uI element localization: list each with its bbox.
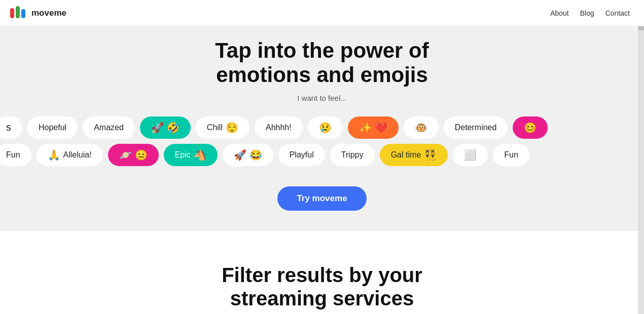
section2-title: Filter results by yourstreaming services xyxy=(222,263,422,310)
chip-emoji: 🚀 xyxy=(151,122,164,134)
nav-links: About Blog Contact xyxy=(550,9,630,17)
chip-fun-1[interactable]: Fun xyxy=(0,144,31,166)
emotion-row-2: Fun 🙏 Alleluia! 🪐 😐 Epic 🐴 🚀 😂 Playful xyxy=(0,144,529,166)
chip-alleluia[interactable]: 🙏 Alleluia! xyxy=(37,144,103,166)
chip-emoji: 🙏 xyxy=(48,149,60,161)
chip-label: Chill xyxy=(207,123,223,132)
chip-monkey[interactable]: 🐵 xyxy=(404,116,439,139)
chip-emoji: 😌 xyxy=(226,122,238,134)
chip-label: Fun xyxy=(504,150,518,160)
chip-emoji: 😢 xyxy=(319,122,332,134)
chip-emoji2: 😐 xyxy=(135,149,148,161)
chip-emoji2: 😂 xyxy=(249,149,262,161)
chip-rocket-laugh[interactable]: 🚀 😂 xyxy=(223,144,273,166)
chip-label: Gal time xyxy=(391,150,421,160)
chip-smiling-magenta[interactable]: 😊 xyxy=(513,116,548,139)
section2: Filter results by yourstreaming services… xyxy=(0,231,644,314)
hero-subtitle: I want to feel... xyxy=(297,94,347,102)
chip-emoji: 🚀 xyxy=(234,149,246,161)
chip-label: Fun xyxy=(6,150,20,160)
chip-emoji2: 🤣 xyxy=(167,122,180,134)
chip-label: Amazed xyxy=(94,123,124,132)
chip-label: Alleluia! xyxy=(63,150,92,160)
chip-fun-2[interactable]: Fun xyxy=(493,144,529,166)
chip-label: Determined xyxy=(455,123,497,132)
chip-sad[interactable]: 😢 xyxy=(308,116,343,139)
chip-determined[interactable]: Determined xyxy=(444,116,508,139)
try-moveme-button[interactable]: Try moveme xyxy=(277,186,366,211)
chip-epic[interactable]: Epic 🐴 xyxy=(164,144,218,166)
hero-title: Tap into the power of emotions and emoji… xyxy=(210,38,434,88)
chip-label: Hopeful xyxy=(39,123,66,132)
chip-sparkle-heart[interactable]: ✨ ❤️ xyxy=(348,116,399,139)
nav-contact[interactable]: Contact xyxy=(605,9,630,17)
chip-trippy[interactable]: Trippy xyxy=(330,144,375,166)
logo[interactable]: moveme xyxy=(9,4,66,22)
chip-planet-meh[interactable]: 🪐 😐 xyxy=(108,144,159,166)
chip-emoji: 🐴 xyxy=(194,149,206,161)
chip-emoji: 😊 xyxy=(524,122,536,134)
nav-about[interactable]: About xyxy=(550,9,569,17)
navbar: moveme About Blog Contact xyxy=(0,0,644,26)
chip-ahhhh[interactable]: Ahhhh! xyxy=(255,116,303,139)
chip-hopeful[interactable]: Hopeful xyxy=(27,116,78,139)
chip-partial-left[interactable]: s xyxy=(0,116,22,139)
chip-empty-box[interactable]: ⬜ xyxy=(453,144,488,166)
chip-emoji2: ❤️ xyxy=(375,122,387,134)
chip-gal-time[interactable]: Gal time 👯 xyxy=(380,144,448,166)
svg-rect-2 xyxy=(21,9,25,18)
chip-label: Epic xyxy=(175,150,191,160)
chip-emoji: ✨ xyxy=(359,122,372,134)
emotion-row-1: s Hopeful Amazed 🚀 🤣 Chill 😌 Ahhhh! 😢 xyxy=(0,116,548,139)
svg-rect-0 xyxy=(10,8,14,18)
hero-section: Tap into the power of emotions and emoji… xyxy=(0,0,644,231)
nav-blog[interactable]: Blog xyxy=(580,9,594,17)
chip-chill[interactable]: Chill 😌 xyxy=(196,116,249,139)
chip-amazed[interactable]: Amazed xyxy=(83,116,135,139)
chip-emoji: 🐵 xyxy=(415,122,427,134)
chip-label: Playful xyxy=(290,150,314,160)
chip-label: Ahhhh! xyxy=(266,123,292,132)
chip-emoji: ⬜ xyxy=(464,149,477,161)
emotion-rows: s Hopeful Amazed 🚀 🤣 Chill 😌 Ahhhh! 😢 xyxy=(0,116,644,171)
chip-playful[interactable]: Playful xyxy=(278,144,325,166)
chip-emoji: s xyxy=(6,122,11,133)
logo-text: moveme xyxy=(31,8,66,18)
chip-rocket-joking[interactable]: 🚀 🤣 xyxy=(140,116,191,139)
chip-emoji: 🪐 xyxy=(119,149,132,161)
chip-label: Trippy xyxy=(341,150,364,160)
logo-icon xyxy=(9,4,27,22)
svg-rect-1 xyxy=(16,6,20,18)
cta-wrap: Try moveme xyxy=(277,186,366,211)
chip-emoji: 👯 xyxy=(424,149,437,161)
scrollbar[interactable] xyxy=(638,0,644,314)
